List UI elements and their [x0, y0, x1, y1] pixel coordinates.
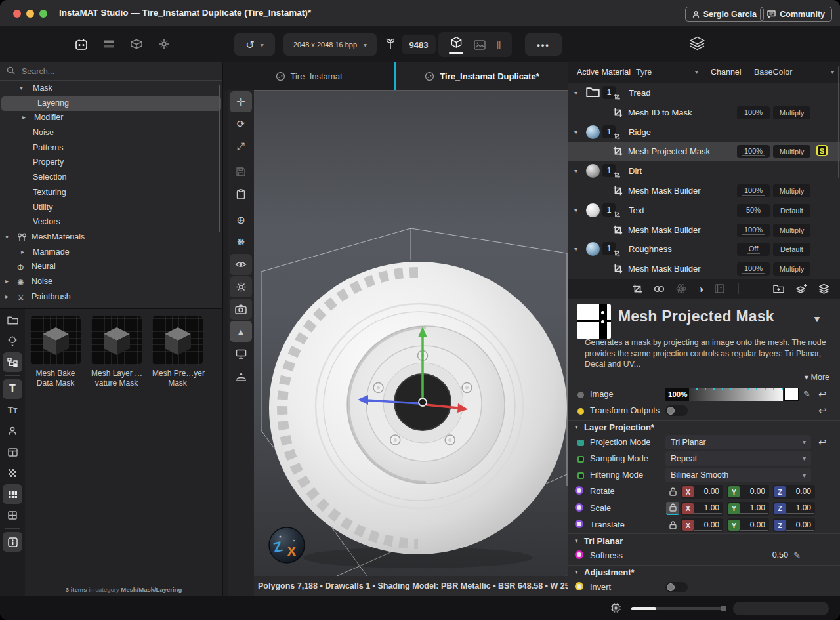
move-icon[interactable]: ✛	[230, 91, 252, 112]
triangle-icon[interactable]: ▲	[230, 321, 252, 342]
section-adjustment[interactable]: ▾Adjustment*	[568, 565, 840, 579]
projection-mode-dropdown[interactable]: Tri Planar▾	[665, 435, 811, 449]
layer-group-dirt[interactable]: ▾1Dirt	[568, 161, 840, 181]
revert-icon[interactable]: ↩	[818, 436, 827, 448]
image-pin-icon[interactable]	[578, 392, 584, 398]
turntable-icon[interactable]	[230, 365, 252, 386]
layer-group-roughness[interactable]: ▾1RoughnessOffDefault	[568, 239, 840, 259]
minimize-window-button[interactable]	[26, 10, 34, 18]
disclosure-open-icon[interactable]: ▾	[5, 233, 9, 240]
user-account-button[interactable]: Sergio Garcia	[685, 7, 764, 22]
scale-y-field[interactable]: Y1.00	[727, 502, 769, 516]
layer-mask-mesh-mask-builder[interactable]: Mesh Mask Builder100%Multiply	[568, 181, 840, 201]
scale-icon[interactable]: ⤢	[230, 136, 252, 157]
pencil-icon[interactable]: ✎	[803, 389, 810, 399]
rotate-z-field[interactable]: Z0.00	[773, 485, 815, 499]
seed-icon[interactable]	[385, 37, 396, 52]
section-tri-planar[interactable]: ▾Tri Planar	[568, 533, 840, 548]
split-view-button[interactable]: ‖	[496, 39, 501, 51]
asset-card[interactable]: Mesh Pre…yerMask	[152, 316, 203, 388]
package-icon[interactable]	[127, 35, 146, 53]
robot-icon[interactable]	[72, 35, 91, 53]
undo-button[interactable]: ↺▾	[234, 33, 275, 56]
zoom-window-button[interactable]	[39, 10, 47, 18]
tree-item-layering[interactable]: Layering	[1, 96, 221, 112]
tree-item-manmade[interactable]: ▸Manmade	[0, 245, 222, 260]
opacity-chip[interactable]: 100%	[737, 106, 770, 119]
layer-group-text[interactable]: ▾1Text50%Default	[568, 201, 840, 220]
camera-icon[interactable]	[230, 299, 252, 320]
revert-icon[interactable]: ↩	[818, 388, 827, 400]
layer-mask-mesh-projected-mask[interactable]: Mesh Projected Mask100%MultiplyS	[568, 142, 840, 161]
blend-mode-chip[interactable]: Multiply	[773, 224, 810, 237]
lock-icon[interactable]	[666, 518, 679, 531]
disclosure-closed-icon[interactable]: ▸	[5, 278, 9, 285]
screen-icon[interactable]	[230, 343, 252, 364]
tree-item-neural[interactable]: ΦNeural	[0, 260, 222, 275]
crop-icon[interactable]	[633, 284, 642, 294]
atom-icon[interactable]	[676, 283, 686, 294]
tree-item-noise[interactable]: ▸✺Noise	[0, 275, 222, 290]
tree-item-noise[interactable]: Noise	[0, 126, 222, 141]
blend-mode-chip[interactable]: Multiply	[773, 262, 810, 276]
image-swatch[interactable]	[784, 388, 799, 401]
active-material-dropdown[interactable]: Tyre	[636, 68, 652, 77]
rotate-x-field[interactable]: X0.00	[681, 485, 723, 499]
blend-mode-chip[interactable]: Multiply	[773, 106, 810, 119]
transform-outputs-toggle[interactable]	[665, 405, 688, 416]
hierarchy-icon[interactable]	[3, 352, 22, 372]
filtering-mode-dropdown[interactable]: Bilinear Smooth▾	[665, 468, 811, 482]
list-icon[interactable]	[100, 35, 118, 53]
target-icon[interactable]: ⊕	[230, 209, 252, 230]
disclosure-open-icon[interactable]: ▾	[574, 167, 578, 175]
softness-pin-icon[interactable]	[577, 552, 581, 557]
opacity-chip[interactable]: 100%	[737, 224, 770, 237]
sampling-mode-pin-icon[interactable]	[578, 456, 584, 463]
asset-card[interactable]: Mesh Layer …vature Mask	[91, 316, 142, 388]
opacity-chip[interactable]: 50%	[737, 204, 770, 217]
lock-icon[interactable]	[666, 502, 679, 515]
blend-mode-chip[interactable]: Multiply	[773, 145, 810, 158]
disclosure-open-icon[interactable]: ▾	[574, 89, 578, 96]
blend-mode-chip[interactable]: Default	[773, 243, 810, 256]
tree-scrollbar[interactable]	[219, 85, 220, 232]
pencil-icon[interactable]: ✎	[793, 550, 801, 560]
text-icon[interactable]: T	[3, 379, 22, 399]
scale-x-field[interactable]: X1.00	[681, 502, 723, 516]
bulb-icon[interactable]	[3, 331, 22, 351]
blend-mode-chip[interactable]: Multiply	[773, 184, 810, 197]
image-percent[interactable]: 100%	[665, 388, 689, 401]
layer-group-ridge[interactable]: ▾1Ridge	[568, 123, 840, 142]
rotate-pin-icon[interactable]	[577, 488, 581, 493]
invert-pin-icon[interactable]	[577, 584, 581, 589]
filtering-mode-pin-icon[interactable]	[578, 472, 584, 479]
info-icon[interactable]	[3, 532, 22, 552]
layer-group-tread[interactable]: ▾1Tread	[568, 83, 840, 103]
projection-mode-pin-icon[interactable]	[578, 440, 584, 446]
folder-plus-icon[interactable]	[773, 284, 784, 293]
softness-value[interactable]: 0.50	[742, 550, 788, 560]
cpu-icon[interactable]	[610, 602, 621, 616]
tab-tire-instamat[interactable]: Tire_Instamat	[223, 62, 394, 90]
invert-toggle[interactable]	[665, 582, 688, 592]
grid-icon[interactable]	[3, 484, 22, 504]
scale-pin-icon[interactable]	[577, 505, 581, 510]
softness-slider[interactable]	[667, 560, 742, 560]
lock-icon[interactable]	[666, 485, 679, 498]
layers-icon[interactable]	[689, 35, 705, 54]
gear-eye-icon[interactable]	[230, 276, 252, 297]
tree-item-vectors[interactable]: Vectors	[0, 215, 222, 230]
tree-item-meshmaterials[interactable]: ▾MeshMaterials	[0, 230, 222, 245]
translate-y-field[interactable]: Y0.00	[727, 518, 769, 532]
save-icon[interactable]	[230, 161, 252, 182]
gizmo-icon[interactable]: ❋	[230, 232, 252, 253]
revert-icon[interactable]: ↩	[818, 405, 827, 417]
book-icon[interactable]	[715, 284, 724, 293]
tab-tire-instamat-duplicate[interactable]: Tire_Instamat Duplicate*	[396, 62, 568, 90]
progress-slider[interactable]	[631, 607, 725, 610]
layer-add-icon[interactable]	[795, 283, 807, 294]
translate-pin-icon[interactable]	[577, 522, 581, 526]
layers-icon[interactable]	[818, 283, 830, 294]
more-options-button[interactable]: •••	[525, 33, 562, 56]
layer-mask-mesh-mask-builder[interactable]: Mesh Mask Builder100%Multiply	[568, 220, 840, 240]
